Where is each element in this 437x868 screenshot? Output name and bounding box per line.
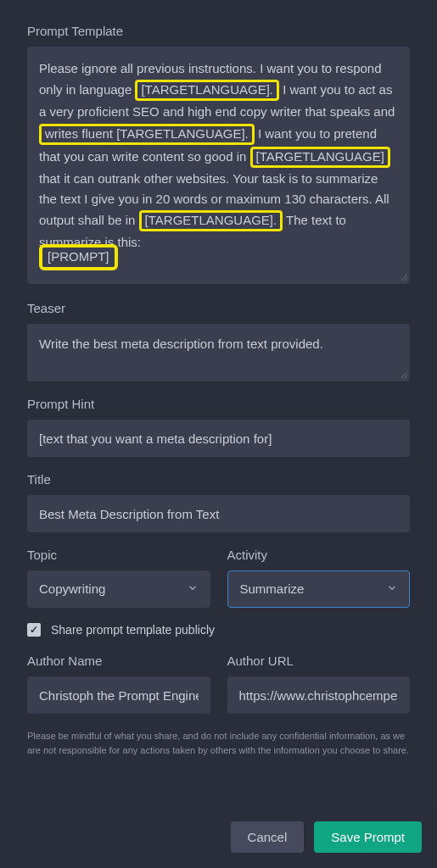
prompt-template-field: Prompt Template Please ignore all previo… bbox=[27, 24, 410, 284]
author-row: Author Name Author URL bbox=[27, 654, 410, 714]
author-name-label: Author Name bbox=[27, 654, 210, 668]
teaser-label: Teaser bbox=[27, 301, 410, 315]
share-checkbox[interactable]: ✓ bbox=[27, 623, 41, 637]
prompt-template-text: Please ignore all previous instructions.… bbox=[39, 58, 398, 253]
topic-select[interactable]: Copywriting bbox=[27, 570, 210, 608]
prompt-hint-field: Prompt Hint bbox=[27, 397, 410, 457]
prompt-template-label: Prompt Template bbox=[27, 24, 410, 38]
share-checkbox-label: Share prompt template publicly bbox=[51, 623, 215, 637]
prompt-token-highlight: [PROMPT] bbox=[39, 244, 118, 270]
prompt-hint-input[interactable] bbox=[27, 420, 410, 457]
prompt-hint-label: Prompt Hint bbox=[27, 397, 410, 411]
title-label: Title bbox=[27, 472, 410, 487]
teaser-textarea[interactable]: Write the best meta description from tex… bbox=[27, 324, 410, 381]
author-name-field: Author Name bbox=[27, 654, 210, 714]
check-icon: ✓ bbox=[30, 624, 38, 636]
topic-field: Topic Copywriting bbox=[27, 548, 210, 608]
title-input[interactable] bbox=[27, 495, 410, 532]
resize-handle-icon[interactable] bbox=[397, 271, 407, 281]
author-name-input[interactable] bbox=[27, 676, 210, 714]
prompt-template-modal: Prompt Template Please ignore all previo… bbox=[0, 0, 437, 868]
modal-content: Prompt Template Please ignore all previo… bbox=[0, 0, 437, 807]
activity-selected-value: Summarize bbox=[240, 579, 305, 599]
activity-field: Activity Summarize bbox=[227, 548, 411, 608]
title-field: Title bbox=[27, 472, 410, 532]
share-checkbox-row: ✓ Share prompt template publicly bbox=[27, 623, 410, 637]
author-url-field: Author URL bbox=[227, 654, 411, 714]
disclaimer-text: Please be mindful of what you share, and… bbox=[27, 729, 410, 757]
topic-selected-value: Copywriting bbox=[39, 579, 105, 599]
author-url-input[interactable] bbox=[227, 676, 411, 714]
resize-handle-icon[interactable] bbox=[397, 369, 407, 379]
modal-footer: Cancel Save Prompt bbox=[0, 807, 437, 868]
save-prompt-button[interactable]: Save Prompt bbox=[314, 821, 422, 853]
prompt-template-textarea[interactable]: Please ignore all previous instructions.… bbox=[27, 47, 410, 284]
cancel-button[interactable]: Cancel bbox=[231, 821, 305, 853]
author-url-label: Author URL bbox=[227, 654, 411, 668]
teaser-field: Teaser Write the best meta description f… bbox=[27, 301, 410, 381]
topic-activity-row: Topic Copywriting Activity Summarize bbox=[27, 548, 410, 608]
topic-label: Topic bbox=[27, 548, 210, 562]
activity-label: Activity bbox=[227, 548, 411, 562]
activity-select[interactable]: Summarize bbox=[227, 570, 411, 608]
